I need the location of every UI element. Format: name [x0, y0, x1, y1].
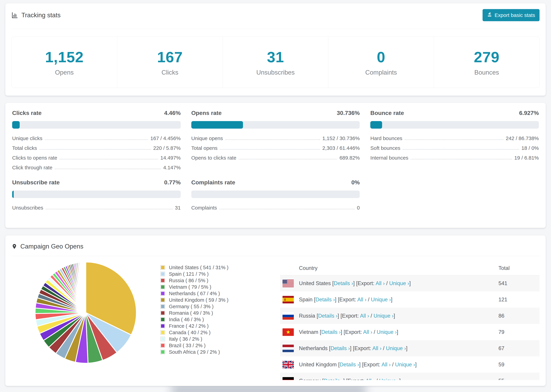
stat-cell-bounces: 279Bounces — [434, 37, 539, 88]
legend-item[interactable]: South Africa ( 29 / 2% ) — [160, 349, 280, 355]
legend-label: India ( 46 / 3% ) — [169, 317, 204, 322]
export-unique-link[interactable]: Unique › — [389, 280, 409, 286]
rate-detail-value: 242 / 86.738% — [506, 136, 539, 141]
export-all-link[interactable]: All › — [376, 280, 385, 286]
legend-item[interactable]: Canada ( 40 / 2% ) — [160, 329, 280, 336]
legend-item[interactable]: Germany ( 55 / 3% ) — [160, 303, 280, 310]
legend-label: Russia ( 86 / 5% ) — [169, 278, 208, 283]
legend-item[interactable]: Italy ( 36 / 2% ) — [160, 336, 280, 342]
dotted-leader — [405, 139, 503, 140]
rate-head: Clicks rate4.46% — [12, 110, 181, 116]
legend-item[interactable]: Russia ( 86 / 5% ) — [160, 277, 280, 284]
rate-detail-row: Unsubscribes31 — [12, 205, 181, 210]
export-all-link[interactable]: All › — [360, 313, 369, 319]
stat-value: 31 — [267, 49, 284, 66]
progress-bar — [12, 190, 181, 198]
details-link[interactable]: Details › — [316, 297, 335, 302]
legend-color-chip — [160, 330, 165, 335]
stat-cell-opens: 1,152Opens — [12, 37, 117, 88]
export-unique-link[interactable]: Unique › — [395, 362, 415, 368]
legend-item[interactable]: France ( 42 / 2% ) — [160, 323, 280, 329]
rate-detail-row: Clicks to opens rate14.497% — [12, 155, 181, 161]
table-row-gb: United Kingdom [Details ›] [Export: All … — [280, 357, 540, 373]
details-link[interactable]: Details › — [340, 362, 359, 368]
details-link[interactable]: Details › — [321, 329, 341, 335]
rate-detail-row: Total opens2,303 / 61.446% — [191, 146, 360, 151]
stats-summary-row: 1,152Opens167Clicks31Unsubscribes0Compla… — [11, 37, 540, 88]
dotted-leader — [39, 149, 151, 150]
legend-item[interactable]: United Kingdom ( 59 / 3% ) — [160, 297, 280, 303]
rate-panel-2: Bounce rate6.927%Hard bounces242 / 86.73… — [370, 110, 539, 161]
export-unique-link[interactable]: Unique › — [377, 329, 397, 335]
rate-detail-value: 19 / 6.81% — [514, 155, 539, 161]
country-column-header: Country — [299, 261, 498, 275]
geo-table-header-row: Country Total — [280, 261, 540, 275]
campaign-stats-page: { "theme": { "accent": "#1590ac", "accen… — [0, 0, 551, 392]
details-link[interactable]: Details › — [324, 378, 343, 380]
legend-item[interactable]: Romania ( 49 / 3% ) — [160, 310, 280, 316]
country-total-cell: 55 — [498, 373, 540, 380]
legend-color-chip — [160, 304, 165, 309]
export-all-link[interactable]: All › — [372, 345, 381, 351]
details-link[interactable]: Details › — [334, 280, 353, 286]
dotted-leader — [60, 159, 158, 159]
export-unique-link[interactable]: Unique › — [374, 313, 394, 319]
country-total-cell: 59 — [498, 357, 540, 373]
pie-chart-svg — [34, 261, 137, 364]
legend-color-chip — [160, 317, 165, 322]
details-link[interactable]: Details › — [318, 313, 338, 319]
table-row-us: United States [Details ›] [Export: All ›… — [280, 275, 540, 291]
legend-label: Brazil ( 33 / 2% ) — [169, 343, 205, 348]
pie-slice[interactable] — [85, 262, 86, 313]
rate-title: Opens rate — [191, 110, 222, 116]
rate-detail-label: Click through rate — [12, 165, 52, 170]
progress-bar-fill — [12, 121, 20, 129]
stat-label: Opens — [55, 69, 74, 76]
export-all-link[interactable]: All › — [363, 329, 372, 335]
country-total-cell: 541 — [498, 275, 540, 291]
legend-item[interactable]: Spain ( 121 / 7% ) — [160, 271, 280, 277]
export-basic-stats-button[interactable]: Export basic stats — [483, 9, 540, 21]
progress-bar-fill — [370, 121, 382, 129]
stat-value: 1,152 — [45, 49, 84, 66]
export-all-link[interactable]: All › — [381, 362, 390, 368]
rate-detail-value: 31 — [175, 205, 181, 210]
rate-value: 30.736% — [337, 110, 360, 116]
legend-item[interactable]: United States ( 541 / 31% ) — [160, 264, 280, 271]
rate-detail-label: Hard bounces — [370, 136, 402, 141]
export-all-link[interactable]: All › — [366, 378, 374, 380]
stat-cell-complaints: 0Complaints — [328, 37, 434, 88]
rate-detail-label: Unique opens — [191, 136, 223, 141]
progress-bar — [191, 190, 360, 198]
geo-pie-chart — [11, 256, 160, 380]
dotted-leader — [403, 149, 519, 150]
rate-detail-label: Clicks to opens rate — [12, 155, 57, 161]
legend-color-chip — [160, 265, 165, 270]
rate-value: 4.46% — [164, 110, 181, 116]
country-cell: Russia [Details ›] [Export: All › / Uniq… — [299, 308, 498, 324]
rate-detail-value: 4.147% — [163, 165, 181, 170]
export-unique-link[interactable]: Unique › — [379, 378, 399, 380]
rate-panel-4: Complaints rate0%Complaints0 — [191, 179, 360, 210]
legend-item[interactable]: Vietnam ( 79 / 5% ) — [160, 284, 280, 290]
stat-value: 167 — [157, 49, 183, 66]
rate-detail-label: Internal bounces — [370, 155, 408, 161]
geo-title: Campaign Geo Opens — [11, 243, 83, 250]
export-unique-link[interactable]: Unique › — [386, 345, 406, 351]
tracking-stats-card: Tracking stats Export basic stats 1,152O… — [5, 3, 546, 96]
rate-detail-label: Opens to clicks rate — [191, 155, 236, 161]
export-all-link[interactable]: All › — [357, 297, 366, 302]
legend-item[interactable]: India ( 46 / 3% ) — [160, 316, 280, 323]
dotted-leader — [45, 139, 148, 140]
rate-value: 6.927% — [519, 110, 539, 116]
legend-item[interactable]: Brazil ( 33 / 2% ) — [160, 342, 280, 349]
legend-item[interactable]: Netherlands ( 67 / 4% ) — [160, 290, 280, 297]
nl-flag-icon — [283, 345, 294, 352]
rates-card: Clicks rate4.46%Unique clicks167 / 4.456… — [5, 103, 546, 228]
legend-label: Romania ( 49 / 3% ) — [169, 310, 213, 316]
legend-color-chip — [160, 298, 165, 302]
details-link[interactable]: Details › — [330, 345, 350, 351]
tracking-stats-header: Tracking stats Export basic stats — [5, 3, 546, 29]
legend-label: United States ( 541 / 31% ) — [169, 265, 228, 270]
export-unique-link[interactable]: Unique › — [371, 297, 391, 302]
